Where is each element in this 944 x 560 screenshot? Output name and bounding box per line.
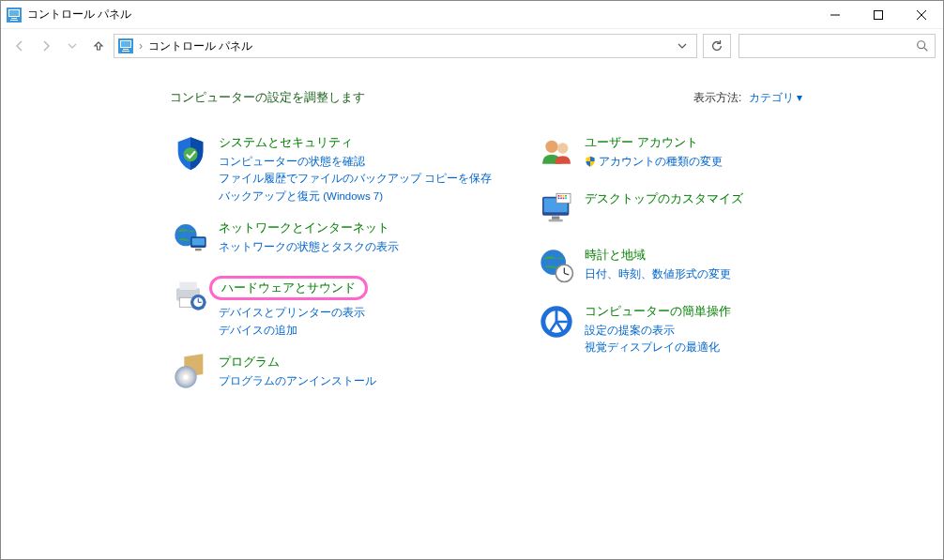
svg-rect-4 xyxy=(10,20,18,21)
address-dropdown-icon[interactable] xyxy=(672,41,693,51)
svg-rect-6 xyxy=(875,10,883,19)
address-bar[interactable]: › コントロール パネル xyxy=(114,34,697,58)
uac-shield-icon xyxy=(585,156,596,167)
svg-rect-36 xyxy=(549,219,563,222)
view-by-label: 表示方法: xyxy=(693,91,741,104)
globe-clock-icon xyxy=(536,247,577,288)
svg-rect-12 xyxy=(123,49,129,50)
category-title[interactable]: ユーザー アカウント xyxy=(585,134,698,151)
sublink[interactable]: アカウントの種類の変更 xyxy=(585,153,864,170)
left-column: システムとセキュリティ コンピューターの状態を確認 ファイル履歴でファイルのバッ… xyxy=(170,134,498,410)
category-system-security: システムとセキュリティ コンピューターの状態を確認 ファイル履歴でファイルのバッ… xyxy=(170,134,498,204)
category-title[interactable]: 時計と地域 xyxy=(585,247,646,264)
category-ease-of-access: コンピューターの簡単操作 設定の提案の表示 視覚ディスプレイの最適化 xyxy=(536,303,864,356)
navigation-bar: › コントロール パネル xyxy=(1,29,943,63)
svg-rect-22 xyxy=(179,282,196,290)
maximize-button[interactable] xyxy=(857,1,900,28)
sublink[interactable]: 設定の提案の表示 xyxy=(585,322,864,339)
category-programs: プログラム プログラムのアンインストール xyxy=(170,354,498,395)
search-icon[interactable] xyxy=(916,39,929,53)
svg-point-32 xyxy=(557,143,569,154)
printer-device-icon xyxy=(170,276,211,317)
sublink[interactable]: バックアップと復元 (Windows 7) xyxy=(219,188,498,204)
category-title[interactable]: プログラム xyxy=(219,354,280,371)
svg-rect-44 xyxy=(563,198,565,200)
back-button[interactable] xyxy=(8,35,31,57)
category-appearance: デスクトップのカスタマイズ xyxy=(536,190,864,232)
address-text: コントロール パネル xyxy=(148,38,668,54)
page-title: コンピューターの設定を調整します xyxy=(170,89,693,106)
svg-rect-3 xyxy=(11,18,17,19)
category-clock-region: 時計と地域 日付、時刻、数値形式の変更 xyxy=(536,247,864,288)
cd-box-icon xyxy=(170,354,211,395)
search-box[interactable] xyxy=(738,34,936,58)
header-row: コンピューターの設定を調整します 表示方法: カテゴリ ▾ xyxy=(170,89,934,106)
monitor-customize-icon xyxy=(536,190,577,232)
content-area: コンピューターの設定を調整します 表示方法: カテゴリ ▾ xyxy=(1,63,943,419)
shield-check-icon xyxy=(170,134,211,175)
sublink[interactable]: ネットワークの状態とタスクの表示 xyxy=(219,238,498,255)
forward-button[interactable] xyxy=(35,35,57,57)
sublink[interactable]: デバイスの追加 xyxy=(219,322,498,339)
svg-rect-35 xyxy=(552,217,559,219)
window-title: コントロール パネル xyxy=(27,7,814,23)
close-button[interactable] xyxy=(900,1,943,28)
svg-rect-42 xyxy=(558,198,560,200)
chevron-down-icon: ▾ xyxy=(797,91,802,104)
svg-point-30 xyxy=(184,374,189,379)
svg-rect-39 xyxy=(560,195,562,197)
category-columns: システムとセキュリティ コンピューターの状態を確認 ファイル履歴でファイルのバッ… xyxy=(170,134,934,410)
right-column: ユーザー アカウント アカウントの種類の変更 xyxy=(536,134,864,410)
svg-rect-38 xyxy=(558,195,560,197)
svg-rect-2 xyxy=(9,10,19,16)
control-panel-icon xyxy=(7,8,22,23)
category-title[interactable]: ネットワークとインターネット xyxy=(219,219,389,236)
view-by: 表示方法: カテゴリ ▾ xyxy=(693,90,802,106)
control-panel-icon xyxy=(118,38,133,53)
recent-locations-button[interactable] xyxy=(61,35,84,57)
ease-of-access-icon xyxy=(536,303,577,344)
sublink[interactable]: デバイスとプリンターの表示 xyxy=(219,304,498,321)
svg-rect-13 xyxy=(122,51,129,52)
category-title-highlighted[interactable]: ハードウェアとサウンド xyxy=(209,276,368,300)
sublink[interactable]: 視覚ディスプレイの最適化 xyxy=(585,339,864,356)
view-by-dropdown[interactable]: カテゴリ ▾ xyxy=(749,91,802,104)
view-by-value: カテゴリ xyxy=(749,91,794,104)
minimize-button[interactable] xyxy=(814,1,857,28)
svg-rect-40 xyxy=(563,195,565,197)
svg-line-15 xyxy=(924,48,927,51)
category-hardware-sound: ハードウェアとサウンド デバイスとプリンターの表示 デバイスの追加 xyxy=(170,276,498,339)
svg-rect-45 xyxy=(565,198,567,200)
category-network-internet: ネットワークとインターネット ネットワークの状態とタスクの表示 xyxy=(170,219,498,261)
svg-point-16 xyxy=(184,147,198,161)
users-icon xyxy=(536,134,577,175)
window-controls xyxy=(814,1,943,28)
sublink[interactable]: コンピューターの状態を確認 xyxy=(219,153,498,170)
svg-rect-43 xyxy=(560,198,562,200)
chevron-right-icon: › xyxy=(137,39,145,53)
svg-point-31 xyxy=(545,141,557,153)
category-title[interactable]: コンピューターの簡単操作 xyxy=(585,303,731,320)
category-title[interactable]: システムとセキュリティ xyxy=(219,134,353,151)
category-user-accounts: ユーザー アカウント アカウントの種類の変更 xyxy=(536,134,864,175)
sublink[interactable]: ファイル履歴でファイルのバックアップ コピーを保存 xyxy=(219,170,498,187)
svg-rect-19 xyxy=(192,238,205,246)
globe-network-icon xyxy=(170,219,211,261)
category-title[interactable]: デスクトップのカスタマイズ xyxy=(585,190,743,207)
refresh-button[interactable] xyxy=(703,34,731,58)
sublink[interactable]: 日付、時刻、数値形式の変更 xyxy=(585,265,864,282)
search-input[interactable] xyxy=(745,38,916,53)
up-button[interactable] xyxy=(87,35,110,57)
svg-rect-11 xyxy=(121,41,130,47)
titlebar: コントロール パネル xyxy=(1,1,943,29)
sublink[interactable]: プログラムのアンインストール xyxy=(219,372,498,389)
svg-point-14 xyxy=(918,41,925,49)
svg-rect-20 xyxy=(195,249,202,251)
svg-rect-41 xyxy=(565,195,567,197)
